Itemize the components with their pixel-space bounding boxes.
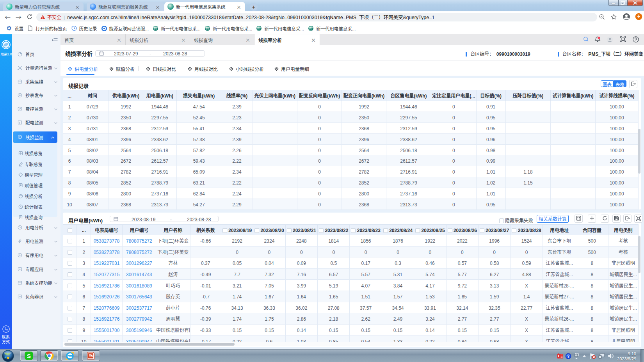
svg-text:?: ? (567, 353, 569, 359)
svg-text:S: S (27, 353, 31, 359)
